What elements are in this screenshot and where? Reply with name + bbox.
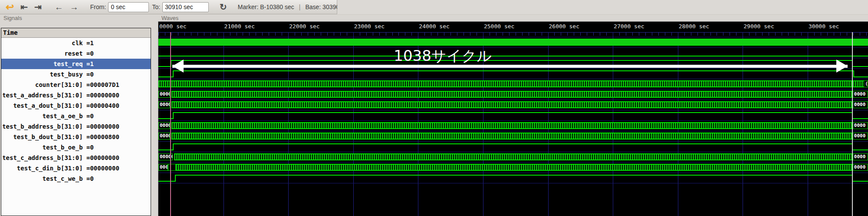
timeline-label: 24000 sec [419,23,449,30]
primary-marker[interactable] [170,32,171,216]
signal-row-test_a_dout_b[31:0][interactable]: test_a_dout_b[31:0] =00000400 [1,100,151,111]
timeline-minor-tick [775,33,776,36]
timeline-label: 30000 sec [809,23,839,30]
timeline-minor-tick [658,33,659,36]
wave-level-test_req [171,60,852,61]
timeline-minor-tick [360,33,360,36]
signal-row-test_b_dout_b[31:0][interactable]: test_b_dout_b[31:0] =00000800 [1,132,151,142]
timeline-label: 27000 sec [614,23,644,30]
wave-edge-test_a_oe_b [173,112,174,119]
grid-line-horizontal [158,162,868,163]
timeline-minor-tick [301,33,302,36]
timeline-minor-tick [171,33,172,36]
jump-to-end-icon[interactable]: ⇥ [32,3,44,11]
waves-panel-title: Waves [161,15,178,21]
undo-icon[interactable]: ↩ [3,2,16,12]
timeline-minor-tick [366,33,367,36]
timeline-minor-tick [327,33,328,36]
signal-row-test_c_we_b[interactable]: test_c_we_b =0 [1,173,151,184]
timeline-minor-tick [424,33,425,36]
step-back-icon[interactable]: ← [53,3,66,11]
timeline-minor-tick [756,33,756,36]
timeline-minor-tick [834,33,834,36]
signal-value: =00000000 [86,92,119,99]
timeline-minor-tick [503,33,503,36]
timeline-minor-tick [347,33,347,36]
wave-busy-test_b_address_b [171,122,852,129]
timeline-minor-tick [314,33,315,36]
jump-to-start-icon[interactable]: ⇤ [18,3,30,11]
grid-line-horizontal [158,68,868,69]
wave-level-test_a_oe_b [852,118,868,119]
timeline-minor-tick [457,33,457,36]
timeline-minor-tick [821,33,821,36]
timeline-minor-tick [710,33,711,36]
signal-row-test_busy[interactable]: test_busy =0 [1,69,151,80]
to-input[interactable] [162,2,209,12]
timeline-minor-tick [782,33,782,36]
grid-line-horizontal [158,141,868,142]
grid-line-horizontal [158,110,868,110]
signals-panel-title: Signals [3,15,22,21]
timeline-minor-tick [509,33,510,36]
signal-value: =1 [86,40,94,47]
signal-name: test_b_address_b[31:0] [1,123,86,130]
signal-value: =00000000 [86,123,119,130]
signal-value: =00000000 [86,154,119,161]
reload-icon[interactable]: ↻ [217,3,229,11]
timeline-minor-tick [398,33,399,36]
timeline-minor-tick [256,33,256,36]
timeline-minor-tick [334,33,334,36]
signal-value: =00000800 [86,133,119,140]
signal-value: =0 [86,50,94,57]
cycle-annotation-text: 1038サイクル [394,46,492,66]
wave-value-test_b_address_b: 0000+ [158,122,170,129]
timeline-minor-tick [866,33,867,36]
timeline-minor-tick [600,33,600,36]
timeline-minor-tick [717,33,717,36]
wave-value-test_c_din_b: 0000 [853,164,868,171]
from-input[interactable] [108,2,149,12]
timeline-minor-tick [762,33,763,36]
timeline-minor-tick [269,33,269,36]
signal-value: =0 [86,144,94,151]
timeline-minor-tick [477,33,477,36]
signal-row-clk[interactable]: clk =1 [1,38,151,48]
signal-name: test_a_oe_b [1,113,86,120]
timeline-minor-tick [639,33,639,36]
signal-row-test_req[interactable]: test_req =1 [1,59,151,69]
timeline-minor-tick [847,33,847,36]
timeline-minor-tick [795,33,795,36]
signal-row-test_a_address_b[31:0][interactable]: test_a_address_b[31:0] =00000000 [1,90,151,100]
signal-row-reset[interactable]: reset =0 [1,48,151,59]
timeline-minor-tick [295,33,295,36]
signal-row-counter[31:0][interactable]: counter[31:0] =000007D1 [1,80,151,90]
signal-row-test_c_address_b[31:0][interactable]: test_c_address_b[31:0] =00000000 [1,153,151,163]
wave-busy-test_c_address_b [174,153,852,160]
timeline-minor-tick [386,33,386,36]
end-marker[interactable] [852,32,853,216]
signal-name: test_req [1,60,86,67]
signal-row-test_b_oe_b[interactable]: test_b_oe_b =0 [1,142,151,153]
signal-row-test_c_din_b[31:0][interactable]: test_c_din_b[31:0] =00000000 [1,163,151,173]
timeline-minor-tick [275,33,276,36]
signal-value: =0 [86,175,94,182]
signal-row-test_b_address_b[31:0][interactable]: test_b_address_b[31:0] =00000000 [1,121,151,132]
signal-value: =0 [86,71,94,78]
timeline-minor-tick [801,33,802,36]
timeline-minor-tick [561,33,561,36]
grid-line-horizontal [158,131,868,131]
marker-status: Marker: B-10380 sec [238,3,294,10]
timeline-minor-tick [184,33,185,36]
timeline-label: 0000 sec [159,23,187,30]
wave-canvas[interactable]: 0000 sec21000 sec22000 sec23000 sec24000… [158,22,868,216]
signal-name: test_busy [1,71,86,78]
timeline-minor-tick [645,33,646,36]
signal-row-test_a_oe_b[interactable]: test_a_oe_b =0 [1,111,151,121]
signals-header-time[interactable]: Time [1,28,151,38]
timeline-minor-tick [697,33,698,36]
timeline-minor-tick [769,33,769,36]
step-forward-icon[interactable]: → [68,3,81,11]
timeline-minor-tick [210,33,211,36]
timeline-minor-tick [567,33,568,36]
